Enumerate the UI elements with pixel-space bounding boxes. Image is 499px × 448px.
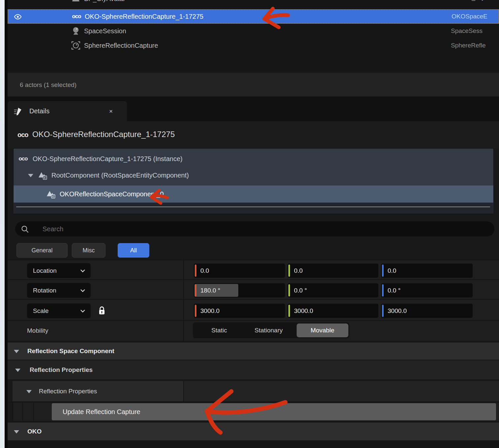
subsection-title: Reflection Properties xyxy=(39,388,97,395)
location-z-value: 0.0 xyxy=(388,264,396,278)
rotation-dropdown[interactable]: Rotation xyxy=(27,283,91,298)
actor-label: OKO-SphereReflectionCapture_1-17275 xyxy=(85,13,203,20)
section-expander-icon[interactable] xyxy=(26,390,32,393)
component-tree: oco OKO-SphereReflectionCapture_1-17275 … xyxy=(13,148,494,214)
filter-button-misc[interactable]: Misc xyxy=(72,243,105,258)
scale-lock-icon[interactable] xyxy=(97,305,107,316)
chevron-down-icon xyxy=(80,309,85,313)
axis-x-bar xyxy=(195,305,196,317)
indent-gutter xyxy=(8,403,13,421)
unreal-editor-panel: BP_OlyAvatar Edit BP_Oly oco OKO-SphereR… xyxy=(0,0,499,448)
component-icon xyxy=(45,187,57,201)
outliner-status-bar: 6 actors (1 selected) xyxy=(8,73,499,97)
actor-count-text: 6 actors (1 selected) xyxy=(20,81,76,89)
mobility-option-stationary[interactable]: Stationary xyxy=(242,322,295,338)
rotation-x-field[interactable]: 180.0 ° xyxy=(194,283,285,297)
indent-line xyxy=(13,403,13,421)
tab-label: Details xyxy=(29,107,49,115)
axis-y-bar xyxy=(288,265,290,277)
indent-line xyxy=(33,403,34,421)
tab-details[interactable]: Details × xyxy=(8,101,127,121)
rotation-y-value: 0.0 ° xyxy=(294,283,307,297)
scale-y-value: 3000.0 xyxy=(294,304,313,318)
rotation-z-field[interactable]: 0.0 ° xyxy=(381,283,473,297)
world-outliner: BP_OlyAvatar Edit BP_Oly oco OKO-SphereR… xyxy=(8,0,499,72)
tree-row-instance[interactable]: oco OKO-SphereReflectionCapture_1-17275 … xyxy=(14,151,493,166)
location-y-field[interactable]: 0.0 xyxy=(287,264,378,278)
edit-blueprint-link[interactable]: Edit BP_Oly xyxy=(451,0,499,1)
location-dropdown[interactable]: Location xyxy=(27,263,91,278)
desktop-background-strip xyxy=(0,0,5,448)
scale-z-value: 3000.0 xyxy=(388,304,407,318)
bottom-strip xyxy=(8,441,499,448)
section-expander-icon[interactable] xyxy=(14,430,19,434)
chevron-down-icon xyxy=(80,269,85,272)
tree-row-rootcomponent[interactable]: RootComponent (RootSpaceEntityComponent) xyxy=(14,168,493,183)
axis-x-bar xyxy=(195,265,196,277)
actor-label: SpaceSession xyxy=(84,27,126,35)
visibility-eye-icon[interactable] xyxy=(13,12,23,22)
tree-row-okoreflectionspacecomponent[interactable]: OKOReflectionSpaceComponent_0 xyxy=(14,185,493,203)
section-title: OKO xyxy=(27,428,42,435)
outliner-row-bp-olyavatar[interactable]: BP_OlyAvatar Edit BP_Oly xyxy=(8,0,499,9)
filter-button-all[interactable]: All xyxy=(118,243,149,258)
tree-item-label: OKOReflectionSpaceComponent_0 xyxy=(60,190,164,198)
actor-type-label: OKOSpaceE xyxy=(452,13,499,20)
mobility-option-movable[interactable]: Movable xyxy=(297,323,348,337)
subsection-reflection-properties[interactable]: Reflection Properties xyxy=(8,381,499,401)
rotation-z-value: 0.0 ° xyxy=(388,283,400,297)
location-x-value: 0.0 xyxy=(200,264,209,278)
filter-label: All xyxy=(130,247,137,254)
indent-line xyxy=(22,403,23,421)
tree-splitter-handle[interactable] xyxy=(16,207,490,207)
update-reflection-capture-button[interactable]: Update Reflection Capture xyxy=(52,403,496,420)
rotation-y-field[interactable]: 0.0 ° xyxy=(287,283,378,297)
close-icon[interactable]: × xyxy=(109,108,113,114)
location-y-value: 0.0 xyxy=(294,264,303,278)
section-reflection-space-component[interactable]: Reflection Space Component xyxy=(8,343,499,360)
section-oko[interactable]: OKO xyxy=(8,423,499,440)
value-column-background xyxy=(184,381,499,401)
actor-label: BP_OlyAvatar xyxy=(84,0,125,3)
scale-x-value: 3000.0 xyxy=(200,304,220,318)
location-label: Location xyxy=(33,267,57,274)
outliner-row-spacesession[interactable]: SpaceSession SpaceSess xyxy=(8,24,499,38)
axis-z-bar xyxy=(382,284,384,296)
scale-dropdown[interactable]: Scale xyxy=(27,303,91,318)
section-expander-icon[interactable] xyxy=(14,350,19,353)
section-reflection-properties[interactable]: Reflection Properties xyxy=(8,360,499,379)
filter-button-general[interactable]: General xyxy=(16,243,68,258)
search-placeholder: Search xyxy=(43,225,63,233)
avatar-person-icon xyxy=(70,0,82,4)
section-expander-icon[interactable] xyxy=(15,369,20,372)
actor-label: SphereReflectionCapture xyxy=(84,42,158,49)
expander-triangle-icon[interactable] xyxy=(28,174,33,177)
column-splitter[interactable] xyxy=(183,381,184,401)
outliner-row-spherereflectioncapture[interactable]: SphereReflectionCapture SphereRefle xyxy=(8,38,499,53)
outliner-row-oko-spherereflectioncapture[interactable]: oco OKO-SphereReflectionCapture_1-17275 … xyxy=(8,9,499,24)
mobility-option-static[interactable]: Static xyxy=(198,322,241,338)
scale-z-field[interactable]: 3000.0 xyxy=(381,304,473,318)
axis-z-bar xyxy=(382,305,384,317)
sphere-reflection-capture-icon xyxy=(70,39,82,52)
axis-y-bar xyxy=(288,284,290,296)
indent-gutter xyxy=(8,381,13,401)
location-z-field[interactable]: 0.0 xyxy=(381,264,473,278)
tree-item-label: OKO-SphereReflectionCapture_1-17275 (Ins… xyxy=(33,155,183,163)
chevron-down-icon xyxy=(80,289,85,292)
component-icon xyxy=(37,169,48,182)
location-x-field[interactable]: 0.0 xyxy=(194,264,285,278)
panel-left-border xyxy=(5,0,8,448)
details-header: oco OKO-SphereReflectionCapture_1-17275 xyxy=(8,121,499,148)
filter-label: Misc xyxy=(83,247,95,254)
scale-y-field[interactable]: 3000.0 xyxy=(287,304,378,318)
actor-type-label: SpaceSess xyxy=(451,27,499,35)
session-orb-icon xyxy=(70,24,82,38)
section-title: Reflection Space Component xyxy=(27,348,114,355)
details-pencil-icon xyxy=(12,106,23,117)
axis-z-bar xyxy=(382,265,384,277)
selected-actor-name: OKO-SphereReflectionCapture_1-17275 xyxy=(32,130,175,139)
axis-x-bar xyxy=(195,284,196,296)
details-search-input[interactable]: Search xyxy=(15,221,494,237)
scale-x-field[interactable]: 3000.0 xyxy=(194,304,285,318)
